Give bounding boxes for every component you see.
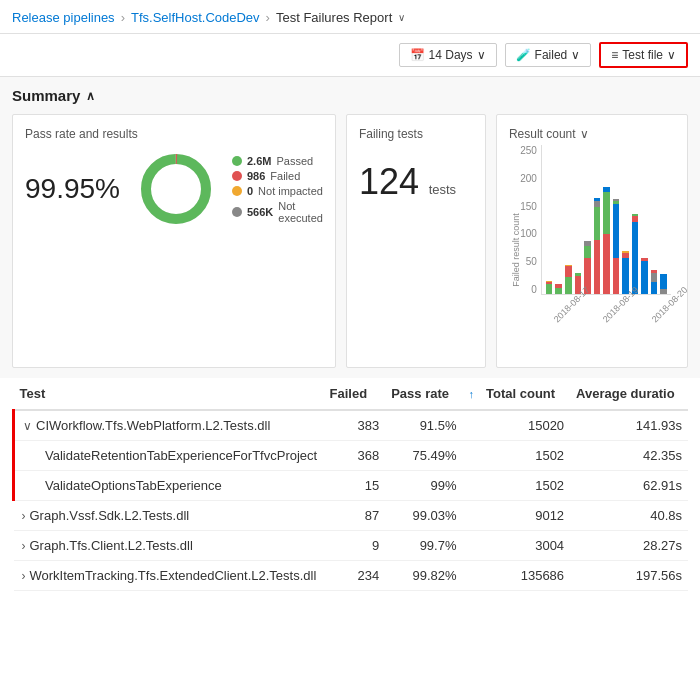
bar-group[interactable] xyxy=(565,265,572,294)
donut-chart xyxy=(136,149,216,229)
legend-label: Not executed xyxy=(278,200,323,224)
test-name-cell: ›Graph.Tfs.Client.L2.Tests.dll xyxy=(14,531,324,561)
legend-label: Failed xyxy=(270,170,300,182)
bar-group[interactable] xyxy=(660,274,667,294)
breadcrumb-part3: Test Failures Report xyxy=(276,10,392,25)
bar-chart-card: Result count ∨ 250200150100500 Failed re… xyxy=(496,114,688,368)
bar-segment xyxy=(584,246,591,258)
legend: 2.6M Passed 986 Failed 0 Not impacted 56… xyxy=(232,155,323,224)
bar-group[interactable] xyxy=(632,214,639,294)
bar-segment xyxy=(651,273,658,282)
days-filter[interactable]: 📅 14 Days ∨ xyxy=(399,43,497,67)
th-failed: Failed xyxy=(324,378,386,410)
y-axis-tick: 250 xyxy=(509,145,537,156)
bar-segment xyxy=(603,192,610,234)
test-name: CIWorkflow.Tfs.WebPlatform.L2.Tests.dll xyxy=(36,418,270,433)
legend-dot xyxy=(232,171,242,181)
summary-collapse-icon[interactable]: ∧ xyxy=(86,89,95,103)
result-count-title[interactable]: Result count ∨ xyxy=(509,127,675,141)
calendar-icon: 📅 xyxy=(410,48,425,62)
bar-stack xyxy=(651,270,658,294)
failed-cell: 368 xyxy=(324,441,386,471)
x-axis-label: 2018-08-20 xyxy=(650,285,700,356)
breadcrumb-sep2: › xyxy=(266,10,270,25)
pass-rate-cell: 91.5% xyxy=(385,410,462,441)
bar-stack xyxy=(603,187,610,294)
bar-group[interactable] xyxy=(555,284,562,294)
legend-dot xyxy=(232,207,242,217)
total-cell: 15020 xyxy=(480,410,570,441)
table-row: ›Graph.Vssf.Sdk.L2.Tests.dll8799.03%9012… xyxy=(14,501,689,531)
y-axis-label: Failed result count xyxy=(511,213,521,287)
th-test: Test xyxy=(14,378,324,410)
bar-group[interactable] xyxy=(641,258,648,294)
bar-stack xyxy=(622,251,629,294)
bar-group[interactable] xyxy=(622,251,629,294)
duration-cell: 62.91s xyxy=(570,471,688,501)
pass-rate-content: 99.95% 2.6M Passed 986 xyxy=(25,149,323,229)
bars-area xyxy=(541,145,671,295)
data-table: Test Failed Pass rate ↑ Total count Aver… xyxy=(12,378,688,591)
legend-item: 986 Failed xyxy=(232,170,323,182)
sort-cell xyxy=(463,471,481,501)
bar-stack xyxy=(555,284,562,294)
sort-asc-icon: ↑ xyxy=(469,388,475,400)
y-axis-tick: 200 xyxy=(509,173,537,184)
result-count-chevron-icon: ∨ xyxy=(580,127,589,141)
bar-segment xyxy=(613,258,620,294)
th-duration: Average duratio xyxy=(570,378,688,410)
failed-cell: 383 xyxy=(324,410,386,441)
total-cell: 9012 xyxy=(480,501,570,531)
bar-group[interactable] xyxy=(594,198,601,294)
breadcrumb-chevron[interactable]: ∨ xyxy=(398,12,405,23)
bar-stack xyxy=(546,281,553,294)
failing-count: 124 xyxy=(359,161,419,202)
test-name: Graph.Tfs.Client.L2.Tests.dll xyxy=(30,538,193,553)
sort-cell xyxy=(463,410,481,441)
duration-cell: 28.27s xyxy=(570,531,688,561)
legend-item: 2.6M Passed xyxy=(232,155,323,167)
bar-group[interactable] xyxy=(613,199,620,294)
bar-group[interactable] xyxy=(603,187,610,294)
breadcrumb-sep1: › xyxy=(121,10,125,25)
collapse-button[interactable]: ∨ xyxy=(19,419,36,433)
expand-button[interactable]: › xyxy=(18,569,30,583)
summary-section: Summary ∧ Pass rate and results 99.95% xyxy=(0,77,700,378)
failed-filter[interactable]: 🧪 Failed ∨ xyxy=(505,43,592,67)
bar-segment xyxy=(594,207,601,240)
breadcrumb-part1[interactable]: Release pipelines xyxy=(12,10,115,25)
test-name-cell: ValidateRetentionTabExperienceForTfvcPro… xyxy=(14,441,324,471)
breadcrumb-part2[interactable]: Tfs.SelfHost.CodeDev xyxy=(131,10,260,25)
expand-button[interactable]: › xyxy=(18,539,30,553)
pass-rate-value: 99.95% xyxy=(25,173,120,205)
bar-group[interactable] xyxy=(546,281,553,294)
duration-cell: 42.35s xyxy=(570,441,688,471)
failed-cell: 9 xyxy=(324,531,386,561)
bar-stack xyxy=(632,214,639,294)
bar-segment xyxy=(594,240,601,294)
bar-group[interactable] xyxy=(651,270,658,294)
testfile-label: Test file xyxy=(622,48,663,62)
bar-segment xyxy=(613,204,620,258)
bar-stack xyxy=(660,274,667,294)
expand-button[interactable]: › xyxy=(18,509,30,523)
legend-count: 2.6M xyxy=(247,155,271,167)
flask-icon: 🧪 xyxy=(516,48,531,62)
x-labels: 2018-08-172018-08-192018-08-202018-08-21… xyxy=(541,297,671,355)
th-sort[interactable]: ↑ xyxy=(463,378,481,410)
pass-rate-cell: 99% xyxy=(385,471,462,501)
failed-label: Failed xyxy=(535,48,568,62)
sort-cell xyxy=(463,561,481,591)
bar-segment xyxy=(651,282,658,294)
bar-stack xyxy=(594,198,601,294)
days-label: 14 Days xyxy=(429,48,473,62)
testfile-filter[interactable]: ≡ Test file ∨ xyxy=(599,42,688,68)
summary-title: Summary xyxy=(12,87,80,104)
total-cell: 135686 xyxy=(480,561,570,591)
bar-segment xyxy=(546,284,553,294)
pass-rate-cell: 99.03% xyxy=(385,501,462,531)
bar-stack xyxy=(613,199,620,294)
table-row: ValidateRetentionTabExperienceForTfvcPro… xyxy=(14,441,689,471)
failed-cell: 15 xyxy=(324,471,386,501)
table-row: ›WorkItemTracking.Tfs.ExtendedClient.L2.… xyxy=(14,561,689,591)
